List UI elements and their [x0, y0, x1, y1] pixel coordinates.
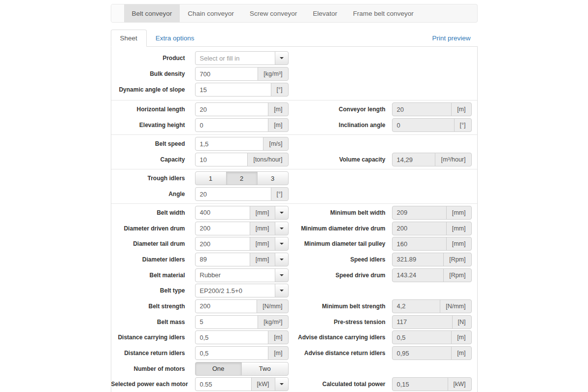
- calculated-total-power-output: [392, 377, 448, 391]
- belt-material-dropdown-button[interactable]: [275, 268, 289, 282]
- product-input[interactable]: [195, 51, 275, 65]
- belt-type-group: [195, 284, 289, 297]
- volume-capacity-unit: [m³/hour]: [435, 153, 471, 166]
- distance-return-idlers-group: [m]: [195, 346, 289, 360]
- diameter-driven-drum-dropdown-button[interactable]: [275, 222, 289, 235]
- form-row-diameter-idlers: Diameter idlers [mm] Speed idlers [Rpm]: [111, 252, 477, 267]
- belt-strength-input[interactable]: [195, 299, 258, 313]
- bulk-density-group: [kg/m³]: [195, 67, 289, 81]
- form-row-selected-power: Selected power each motor [kW] Calculate…: [111, 377, 477, 392]
- speed-drive-drum-group: [Rpm]: [392, 268, 472, 282]
- bulk-density-unit: [kg/m³]: [258, 67, 288, 81]
- product-dropdown-button[interactable]: [275, 51, 289, 65]
- selected-power-unit: [kW]: [251, 377, 275, 391]
- conveyor-type-tabbar: Belt conveyor Chain conveyor Screw conve…: [111, 4, 478, 23]
- angle-input[interactable]: [195, 187, 271, 201]
- belt-mass-input[interactable]: [195, 315, 259, 329]
- diameter-driven-drum-input[interactable]: [195, 222, 250, 235]
- tab-chain-conveyor[interactable]: Chain conveyor: [180, 4, 242, 22]
- speed-idlers-output: [392, 253, 444, 266]
- form-row-diameter-tail-drum: Diameter tail drum [mm] Minimum diameter…: [111, 236, 477, 252]
- tab-extra-options[interactable]: Extra options: [147, 30, 203, 46]
- form-row-angle: Angle [°]: [111, 186, 477, 202]
- belt-width-unit: [mm]: [250, 206, 275, 220]
- minimum-belt-strength-label: Minimum belt strength: [295, 303, 386, 310]
- advise-distance-carrying-idlers-output: [392, 330, 452, 344]
- belt-speed-group: [m/s]: [195, 137, 289, 151]
- calculated-total-power-unit: [kW]: [448, 377, 472, 391]
- tab-screw-conveyor[interactable]: Screw conveyor: [242, 4, 305, 22]
- minimum-diameter-tail-pulley-output: [392, 237, 447, 251]
- chevron-down-icon: [280, 290, 284, 292]
- volume-capacity-output: [392, 153, 436, 166]
- advise-distance-return-idlers-group: [m]: [392, 346, 472, 360]
- belt-material-label: Belt material: [111, 272, 185, 279]
- belt-material-group: [195, 268, 289, 282]
- form-row-capacity: Capacity [tons/hour] Volume capacity [m³…: [111, 152, 477, 167]
- capacity-input[interactable]: [195, 153, 248, 166]
- diameter-idlers-label: Diameter idlers: [111, 256, 185, 263]
- minimum-belt-width-label: Minimum belt width: [295, 209, 386, 216]
- tabbar-lead-spacer: [111, 4, 124, 22]
- section-trough-idlers: Trough idlers 1 2 3 Angle [°]: [111, 169, 477, 203]
- distance-carrying-idlers-group: [m]: [195, 330, 289, 344]
- chevron-down-icon: [280, 383, 284, 385]
- number-of-motors-option-two[interactable]: Two: [241, 362, 289, 376]
- selected-power-dropdown-button[interactable]: [275, 377, 289, 391]
- print-preview-link[interactable]: Print preview: [432, 30, 477, 46]
- speed-idlers-unit: [Rpm]: [443, 253, 471, 266]
- distance-carrying-idlers-unit: [m]: [268, 330, 288, 344]
- minimum-belt-width-group: [mm]: [392, 206, 472, 220]
- trough-idlers-option-2[interactable]: 2: [226, 171, 258, 185]
- form-row-diameter-driven-drum: Diameter driven drum [mm] Minimum diamet…: [111, 221, 477, 236]
- bulk-density-input[interactable]: [195, 67, 259, 81]
- number-of-motors-option-one[interactable]: One: [195, 362, 242, 376]
- diameter-idlers-input[interactable]: [195, 253, 250, 266]
- distance-return-idlers-input[interactable]: [195, 346, 269, 360]
- conveyor-length-label: Conveyor length: [295, 106, 386, 113]
- selected-power-input[interactable]: [195, 377, 252, 391]
- belt-material-input[interactable]: [195, 268, 275, 282]
- angle-group: [°]: [195, 187, 289, 201]
- belt-speed-unit: [m/s]: [263, 137, 288, 151]
- minimum-diameter-drive-drum-unit: [mm]: [446, 222, 472, 235]
- trough-idlers-option-3[interactable]: 3: [257, 171, 289, 185]
- advise-distance-carrying-idlers-group: [m]: [392, 330, 472, 344]
- trough-idlers-option-1[interactable]: 1: [195, 171, 227, 185]
- capacity-unit: [tons/hour]: [247, 153, 288, 166]
- belt-strength-label: Belt strength: [111, 303, 185, 310]
- product-group: [195, 51, 289, 65]
- form-row-belt-type: Belt type: [111, 283, 477, 298]
- elevating-height-group: [m]: [195, 118, 289, 132]
- minimum-diameter-tail-pulley-unit: [mm]: [446, 237, 472, 251]
- distance-carrying-idlers-input[interactable]: [195, 330, 269, 344]
- belt-width-input[interactable]: [195, 206, 250, 220]
- belt-speed-input[interactable]: [195, 137, 264, 151]
- dynamic-angle-input[interactable]: [195, 83, 271, 97]
- belt-type-dropdown-button[interactable]: [275, 284, 289, 297]
- form-row-distance-return-idlers: Distance return idlers [m] Advise distan…: [111, 345, 477, 361]
- belt-strength-unit: [N/mm]: [257, 299, 288, 313]
- horizontal-length-input[interactable]: [195, 102, 269, 116]
- tab-sheet[interactable]: Sheet: [111, 30, 147, 47]
- minimum-diameter-drive-drum-label: Minimum diameter drive drum: [295, 225, 386, 232]
- diameter-idlers-dropdown-button[interactable]: [275, 253, 289, 266]
- tab-belt-conveyor[interactable]: Belt conveyor: [124, 4, 180, 22]
- diameter-tail-drum-dropdown-button[interactable]: [275, 237, 289, 251]
- belt-type-input[interactable]: [195, 284, 275, 297]
- speed-drive-drum-unit: [Rpm]: [443, 268, 471, 282]
- section-product: Product Bulk density [kg/m³] Dynamic ang…: [111, 47, 477, 100]
- trough-idlers-label: Trough idlers: [111, 175, 185, 182]
- tab-frame-belt-conveyor[interactable]: Frame belt conveyor: [345, 4, 422, 22]
- belt-width-dropdown-button[interactable]: [275, 206, 289, 220]
- minimum-diameter-drive-drum-output: [392, 222, 447, 235]
- form-row-belt-speed: Belt speed [m/s]: [111, 136, 477, 152]
- elevating-height-input[interactable]: [195, 118, 269, 132]
- calculated-total-power-label: Calculated total power: [295, 381, 386, 388]
- form-row-dynamic-angle: Dynamic angle of slope [°]: [111, 82, 477, 98]
- diameter-tail-drum-input[interactable]: [195, 237, 250, 251]
- chevron-down-icon: [280, 228, 284, 229]
- belt-type-label: Belt type: [111, 287, 185, 294]
- diameter-driven-drum-group: [mm]: [195, 222, 289, 235]
- tab-elevator[interactable]: Elevator: [305, 4, 345, 22]
